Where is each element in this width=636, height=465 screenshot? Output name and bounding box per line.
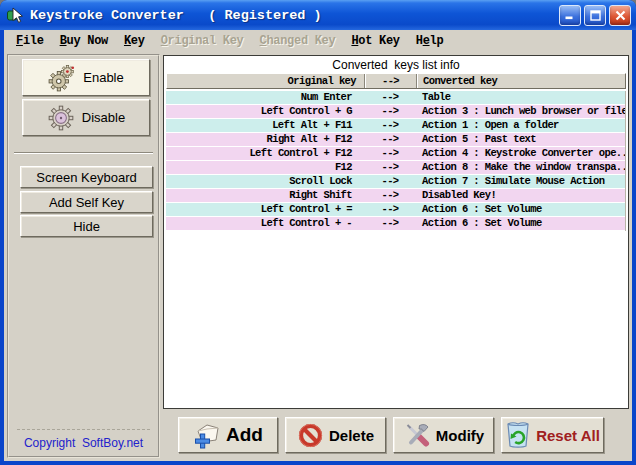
column-header-original-key[interactable]: Original key: [167, 74, 365, 88]
app-icon: [7, 6, 25, 24]
menu-item-mnemonic: e: [423, 34, 430, 48]
app-window: Keystroke Converter ( Registered ): [0, 0, 636, 465]
menu-item-mnemonic: F: [16, 34, 23, 48]
reset-all-icon: [505, 421, 531, 449]
converted-key-cell: Action 4 : Keystroke Converter ope...: [416, 147, 625, 160]
add-label: Add: [226, 424, 263, 446]
close-button[interactable]: [609, 5, 631, 26]
enable-gear-icon: [48, 64, 76, 92]
modify-button[interactable]: Modify: [393, 417, 494, 453]
table-row[interactable]: Scroll Lock-->Action 7 : Simulate Mouse …: [166, 175, 625, 189]
arrow-cell: -->: [364, 217, 416, 230]
hide-label: Hide: [73, 219, 100, 234]
converted-key-cell: Disabled Key!: [416, 189, 625, 202]
table-row[interactable]: Left Alt + F11-->Action 1 : Open a folde…: [166, 119, 625, 133]
close-icon: [615, 10, 626, 21]
menu-item-text: hanged Key: [266, 34, 335, 48]
arrow-cell: -->: [364, 147, 416, 160]
menu-item-mnemonic: K: [124, 34, 131, 48]
delete-icon: [297, 422, 324, 449]
enable-button[interactable]: Enable: [22, 59, 150, 96]
maximize-button[interactable]: [584, 5, 606, 26]
menu-item-text: uy Now: [67, 34, 108, 48]
menu-item-text: ey: [131, 34, 145, 48]
minimize-button[interactable]: [559, 5, 581, 26]
arrow-cell: -->: [364, 189, 416, 202]
table-row[interactable]: Left Control + --->Action 6 : Set Volume: [166, 217, 625, 231]
menu-item-mnemonic: O: [161, 34, 168, 48]
add-button[interactable]: Add: [178, 417, 278, 453]
screen-keyboard-label: Screen Keyboard: [36, 170, 136, 185]
window-body: FileBuy NowKeyOriginal KeyChanged KeyHot…: [4, 30, 632, 461]
arrow-cell: -->: [364, 175, 416, 188]
original-key-cell: Left Control + -: [166, 217, 364, 230]
table-row[interactable]: Left Control + F12-->Action 4 : Keystrok…: [166, 147, 625, 161]
menu-item-file[interactable]: File: [8, 32, 52, 50]
delete-button[interactable]: Delete: [285, 417, 386, 453]
modify-label: Modify: [436, 427, 484, 444]
converted-key-cell: Table: [416, 91, 625, 104]
modify-icon: [403, 421, 431, 449]
column-header-arrow[interactable]: -->: [365, 74, 417, 88]
disable-label: Disable: [82, 110, 125, 125]
converted-key-cell: Action 1 : Open a folder: [416, 119, 625, 132]
arrow-cell: -->: [364, 119, 416, 132]
reset-all-label: Reset All: [536, 427, 600, 444]
converted-keys-panel: Converted keys list info Original key --…: [163, 55, 629, 409]
menu-item-hot-key[interactable]: Hot Key: [343, 32, 407, 50]
converted-key-cell: Action 6 : Set Volume: [416, 203, 625, 216]
original-key-cell: Left Control + F12: [166, 147, 364, 160]
copyright-separator: [17, 429, 150, 430]
arrow-cell: -->: [364, 161, 416, 174]
key-rows: Num Enter-->TableLeft Control + G-->Acti…: [166, 91, 626, 231]
table-row[interactable]: Right Shift-->Disabled Key!: [166, 189, 625, 203]
maximize-icon: [590, 10, 601, 21]
list-header: Original key --> Converted key: [166, 73, 626, 89]
delete-label: Delete: [329, 427, 374, 444]
converted-key-cell: Action 5 : Past text: [416, 133, 625, 146]
menu-item-text: lp: [430, 34, 444, 48]
arrow-cell: -->: [364, 105, 416, 118]
title-bar: Keystroke Converter ( Registered ): [0, 0, 636, 30]
menu-item-text: ot Key: [358, 34, 399, 48]
converted-key-cell: Action 7 : Simulate Mouse Action: [416, 175, 625, 188]
original-key-cell: Left Alt + F11: [166, 119, 364, 132]
arrow-cell: -->: [364, 203, 416, 216]
table-row[interactable]: Left Control + G-->Action 3 : Lunch web …: [166, 105, 625, 119]
disable-button[interactable]: Disable: [22, 99, 150, 136]
column-header-converted-key[interactable]: Converted key: [417, 74, 625, 88]
menu-item-changed-key: Changed Key: [252, 32, 344, 50]
menu-item-mnemonic: B: [60, 34, 67, 48]
menu-item-text: riginal Key: [168, 34, 244, 48]
hide-button[interactable]: Hide: [20, 215, 153, 237]
enable-label: Enable: [83, 70, 123, 85]
reset-all-button[interactable]: Reset All: [501, 417, 604, 453]
copyright-text: Copyright SoftBoy.net: [9, 436, 158, 450]
screen-keyboard-button[interactable]: Screen Keyboard: [20, 166, 153, 188]
add-self-key-label: Add Self Key: [49, 195, 124, 210]
menu-item-buy-now[interactable]: Buy Now: [52, 32, 116, 50]
action-bar: Add Delete Modify: [178, 417, 604, 453]
list-title: Converted keys list info: [164, 56, 628, 73]
add-icon: [193, 422, 221, 449]
table-row[interactable]: Num Enter-->Table: [166, 91, 625, 105]
original-key-cell: Right Shift: [166, 189, 364, 202]
table-row[interactable]: F12-->Action 8 : Make the window transpa…: [166, 161, 625, 175]
add-self-key-button[interactable]: Add Self Key: [20, 191, 153, 213]
table-row[interactable]: Left Control + =-->Action 6 : Set Volume: [166, 203, 625, 217]
menu-item-help[interactable]: Help: [408, 32, 452, 50]
sidebar-panel: Enable Disable Scre: [7, 54, 160, 458]
menu-item-text: ile: [23, 34, 44, 48]
table-row[interactable]: Right Alt + F12-->Action 5 : Past text: [166, 133, 625, 147]
converted-key-cell: Action 8 : Make the window transpa...: [416, 161, 625, 174]
menu-item-text: H: [416, 34, 423, 48]
arrow-cell: -->: [364, 91, 416, 104]
original-key-cell: Left Control + =: [166, 203, 364, 216]
menu-item-key[interactable]: Key: [116, 32, 153, 50]
original-key-cell: Left Control + G: [166, 105, 364, 118]
window-title: Keystroke Converter ( Registered ): [30, 8, 559, 23]
original-key-cell: F12: [166, 161, 364, 174]
original-key-cell: Right Alt + F12: [166, 133, 364, 146]
arrow-cell: -->: [364, 133, 416, 146]
original-key-cell: Num Enter: [166, 91, 364, 104]
